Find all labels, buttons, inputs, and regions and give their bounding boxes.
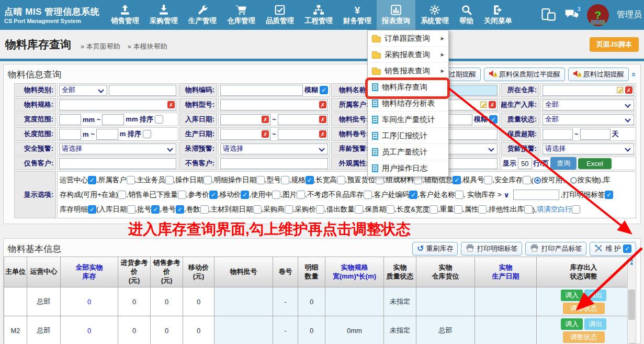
column-header[interactable]: 物料批号 [214, 257, 273, 287]
checkbox[interactable] [484, 176, 492, 184]
checkbox[interactable]: ✓ [151, 205, 160, 214]
checkbox[interactable] [178, 191, 186, 199]
checkbox[interactable] [253, 205, 262, 214]
checkbox[interactable] [572, 205, 580, 214]
column-header[interactable]: 实物生产日期 [475, 257, 537, 287]
transfer-in-button[interactable]: 调入 [561, 318, 583, 330]
checkbox[interactable] [455, 191, 464, 199]
text-input[interactable] [59, 158, 176, 169]
text-input[interactable] [580, 129, 611, 140]
column-header[interactable]: 明细数量 [298, 257, 325, 287]
column-header[interactable]: 移动价(元) [183, 257, 214, 287]
menu-item-sales-reports[interactable]: 销售报表查询 ▶ [368, 63, 448, 79]
checkbox[interactable] [414, 176, 422, 184]
nav-item-help[interactable]: 帮助 [454, 0, 479, 30]
checkbox[interactable] [272, 191, 280, 199]
page-help-link[interactable]: » 本页面帮助 [81, 42, 120, 51]
transfer-in-button[interactable]: 调入 [561, 290, 583, 301]
clear-icon[interactable]: ✗ [319, 116, 326, 123]
checkbox[interactable] [281, 176, 289, 184]
page-js-script-button[interactable]: 页面JS脚本 [590, 37, 639, 52]
checkbox[interactable] [165, 176, 174, 184]
clear-icon[interactable]: ✗ [489, 101, 496, 108]
scrollbar-thumb[interactable] [628, 290, 635, 320]
raw-half-shelf-alert-button[interactable]: !原料保质期过半提醒 [484, 68, 565, 81]
select-input[interactable]: 全部 [543, 99, 634, 110]
threshold-input[interactable] [513, 190, 559, 200]
print-detail-label-button[interactable]: 打印明细标签 [461, 242, 522, 256]
menu-item-employee-output-stats[interactable]: 员工产量统计 [368, 144, 448, 160]
checkbox[interactable]: ✓ [176, 205, 184, 214]
nav-item-system[interactable]: 系统管理 [415, 0, 454, 30]
checkbox[interactable]: ✓ [605, 191, 613, 199]
menu-item-order-tracking[interactable]: 订单跟踪查询 ▶ [368, 30, 448, 47]
clear-icon[interactable]: ✗ [319, 101, 326, 108]
nav-item-close-menu[interactable]: 关闭菜单 [479, 0, 517, 30]
checkbox[interactable] [297, 191, 305, 199]
checkbox[interactable] [386, 205, 394, 214]
refresh-stock-button[interactable]: ↺ 重刷库存 [412, 242, 458, 256]
chat-icon[interactable]: 3 [564, 9, 579, 21]
menu-item-purchase-reports[interactable]: 采购报表查询 ▶ [368, 47, 448, 63]
text-input[interactable] [543, 129, 573, 140]
text-input[interactable]: 50 [518, 158, 532, 169]
checkbox[interactable] [316, 205, 324, 214]
radio-off[interactable] [570, 177, 577, 184]
adjust-status-button[interactable]: 调整状态 [563, 331, 605, 343]
excel-button[interactable]: Excel [578, 158, 612, 169]
checkbox[interactable]: ✓ [88, 176, 96, 184]
nav-item-sales[interactable]: 销售管理 [106, 0, 144, 30]
scroll-up-icon[interactable]: ∧∧ [628, 257, 636, 265]
select-input[interactable]: 请选择 [220, 143, 328, 154]
nav-item-reports[interactable]: 报表查询 [377, 0, 415, 30]
checkbox[interactable] [524, 205, 533, 214]
select-input[interactable]: 全部 [543, 114, 634, 125]
fill-blank-link[interactable]: 填满空白行 [537, 205, 572, 214]
raw-expiry-alert-button[interactable]: !原料过期提醒 [568, 68, 629, 81]
checkbox[interactable] [355, 205, 363, 214]
devices-icon[interactable] [541, 9, 557, 21]
column-header[interactable]: 进货参考价(元) [118, 257, 151, 287]
checkbox[interactable] [376, 176, 384, 184]
checkbox[interactable] [200, 205, 209, 214]
menu-item-material-inventory-query[interactable]: 物料库存查询 [368, 79, 448, 95]
checkbox[interactable] [523, 176, 531, 184]
column-header[interactable]: 实物规格宽(mm)*长(m) [325, 257, 384, 287]
column-header[interactable]: 主单位 [4, 257, 27, 287]
radio-on[interactable] [534, 177, 541, 184]
checkbox[interactable] [127, 176, 135, 184]
checkbox[interactable] [364, 191, 372, 199]
column-header[interactable]: 实物仓库货位 [416, 257, 475, 287]
text-input[interactable]: ✗ [543, 85, 634, 96]
clear-icon[interactable]: ✗ [625, 86, 632, 94]
select-input[interactable]: 请选择 [59, 143, 176, 154]
checkbox[interactable] [256, 176, 265, 184]
text-input[interactable] [109, 85, 176, 96]
checkbox[interactable] [337, 176, 345, 184]
checkbox[interactable]: ✓ [209, 191, 218, 199]
collapse-icon[interactable]: « [629, 72, 638, 76]
text-input[interactable] [59, 114, 81, 125]
text-input[interactable]: ✗ [278, 129, 328, 140]
nav-item-finance[interactable]: ¥ 财务管理 [338, 0, 377, 30]
checkbox[interactable] [285, 205, 293, 214]
select-input[interactable]: 全部 [59, 85, 107, 96]
column-header[interactable]: 卷号 [273, 257, 298, 287]
nav-item-engineering[interactable]: 工程管理 [299, 0, 338, 30]
text-input[interactable] [220, 158, 328, 169]
clear-icon[interactable]: ✗ [262, 130, 269, 138]
menu-item-workshop-output-stats[interactable]: 车间生产量统计 [368, 112, 448, 128]
column-header[interactable]: 全部实物库存 [61, 257, 118, 287]
menu-item-user-operation-log[interactable]: 用户操作日志 [368, 160, 448, 176]
column-header[interactable]: 销售参考价(元) [151, 257, 183, 287]
transfer-out-button[interactable]: 调出 [584, 290, 606, 301]
checkbox[interactable]: ✓ [241, 191, 249, 199]
maintain-button[interactable]: 维 护 ✓ [590, 242, 636, 256]
checkbox[interactable] [430, 205, 438, 214]
query-button[interactable]: 查询 [550, 157, 577, 170]
clear-icon[interactable]: ✗ [167, 101, 175, 108]
checkbox[interactable]: ✓ [320, 86, 328, 94]
text-input[interactable] [102, 114, 124, 125]
checkbox[interactable]: ✓ [409, 191, 417, 199]
text-input[interactable]: ✗ [220, 114, 270, 125]
